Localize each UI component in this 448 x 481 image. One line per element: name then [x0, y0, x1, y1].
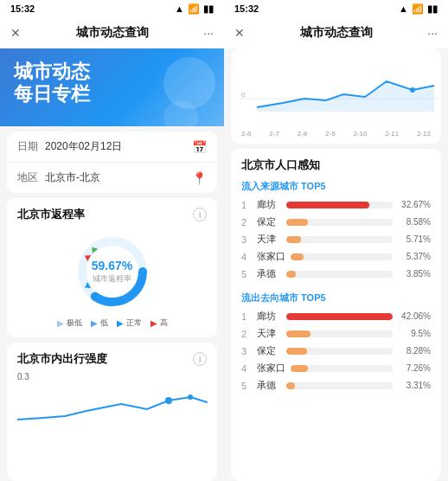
outflow-item-4: 4 张家口 7.26% [241, 362, 431, 375]
more-icon[interactable]: ··· [203, 26, 214, 40]
inflow-rank-4: 4 [241, 252, 252, 262]
status-icons-left: ▲ 📶 ▮▮ [175, 3, 214, 15]
status-bar-right: 15:32 ▲ 📶 ▮▮ [224, 0, 448, 17]
outflow-title: 流出去向城市 TOP5 [241, 292, 431, 305]
inflow-val-5: 3.85% [398, 269, 431, 279]
info-icon-mobility[interactable]: i [193, 352, 207, 366]
donut-container: 59.67% 城市返程率 [17, 228, 207, 314]
inflow-track-5 [286, 271, 393, 278]
date-row[interactable]: 日期 2020年02月12日 📅 [7, 131, 217, 163]
axis-label-1: 2-7 [269, 130, 279, 138]
svg-point-10 [410, 87, 415, 93]
outflow-rank-1: 1 [241, 311, 252, 322]
mobility-val: 0.3 [17, 372, 207, 382]
inflow-rank-5: 5 [241, 269, 252, 279]
outflow-val-2: 9.5% [398, 329, 431, 338]
return-rate-title: 北京市返程率 [17, 207, 85, 222]
outflow-track-3 [286, 348, 393, 355]
svg-point-5 [165, 397, 172, 404]
donut-percent: 59.67% [92, 259, 132, 273]
inflow-fill-1 [286, 202, 369, 208]
outflow-track-2 [286, 330, 393, 337]
legend-label-low: 低 [100, 317, 108, 329]
mobility-card: 北京市内出行强度 i 0.3 [7, 343, 217, 481]
legend-low: ▶ 低 [91, 317, 108, 329]
inflow-item-5: 5 承德 3.85% [241, 267, 431, 280]
inflow-item-3: 3 天津 5.71% [241, 233, 431, 246]
outflow-val-1: 42.06% [398, 311, 431, 321]
inflow-title: 流入来源城市 TOP5 [241, 180, 431, 193]
inflow-name-4: 张家口 [257, 250, 285, 263]
donut-label: 59.67% 城市返程率 [92, 259, 132, 285]
outflow-rank-2: 2 [241, 329, 252, 339]
outflow-name-3: 保定 [257, 344, 281, 357]
outflow-name-5: 承德 [257, 379, 281, 392]
outflow-item-3: 3 保定 8.28% [241, 344, 431, 357]
mobility-title: 北京市内出行强度 [17, 351, 107, 367]
inflow-fill-4 [291, 253, 304, 260]
inflow-val-1: 32.67% [398, 200, 431, 209]
date-region-section: 日期 2020年02月12日 📅 地区 北京市-北京 📍 [7, 131, 217, 193]
outflow-track-1 [286, 313, 393, 320]
inflow-rank-1: 1 [241, 200, 252, 210]
inflow-item-2: 2 保定 8.58% [241, 215, 431, 228]
right-panel: 15:32 ▲ 📶 ▮▮ ✕ 城市动态查询 ··· 0 2-6 2-7 2 [224, 0, 448, 481]
inflow-item-1: 1 廊坊 32.67% [241, 198, 431, 211]
wifi-icon: 📶 [188, 3, 200, 15]
axis-label-6: 2-12 [417, 130, 431, 138]
hero-deco-1 [163, 57, 215, 109]
more-icon-right[interactable]: ··· [427, 26, 438, 40]
nav-title-right: 城市动态查询 [300, 25, 373, 41]
legend-row: ▶ 极低 ▶ 低 ▶ 正常 ▶ 高 [17, 317, 207, 329]
status-bar-left: 15:32 ▲ 📶 ▮▮ [0, 0, 224, 17]
axis-label-2: 2-8 [298, 130, 308, 138]
inflow-name-2: 保定 [257, 215, 281, 228]
nav-title-left: 城市动态查询 [76, 25, 149, 41]
population-section: 北京市人口感知 流入来源城市 TOP5 1 廊坊 32.67% 2 保定 8.5… [231, 149, 441, 481]
nav-bar-right: ✕ 城市动态查询 ··· [224, 17, 448, 48]
time-right: 15:32 [234, 3, 259, 14]
legend-normal: ▶ 正常 [117, 317, 142, 329]
return-rate-card: 北京市返程率 i 59.67% 城市返程率 [7, 198, 217, 337]
outflow-item-5: 5 承德 3.31% [241, 379, 431, 392]
region-label: 地区 [17, 170, 40, 185]
line-chart-svg: 0 [240, 55, 438, 125]
outflow-track-4 [291, 365, 393, 372]
inflow-fill-2 [286, 219, 308, 226]
inflow-name-5: 承德 [257, 267, 281, 280]
inflow-val-2: 8.58% [398, 217, 431, 227]
inflow-track-3 [286, 236, 393, 243]
outflow-val-3: 8.28% [398, 346, 431, 356]
svg-point-6 [188, 394, 193, 400]
svg-marker-9 [257, 81, 434, 112]
outflow-name-2: 天津 [257, 327, 281, 340]
legend-label-high: 高 [160, 317, 168, 329]
outflow-fill-1 [286, 313, 393, 320]
axis-label-4: 2-10 [353, 130, 367, 138]
legend-dot-high: ▶ [150, 318, 157, 328]
legend-dot-very-low: ▶ [57, 318, 64, 328]
return-rate-title-row: 北京市返程率 i [17, 207, 207, 222]
info-icon-return[interactable]: i [193, 208, 207, 221]
line-chart-card: 0 2-6 2-7 2-8 2-9 2-10 2-11 2-12 [231, 48, 441, 144]
close-icon-right[interactable]: ✕ [234, 26, 245, 40]
close-icon[interactable]: ✕ [10, 26, 21, 40]
inflow-val-3: 5.71% [398, 234, 431, 244]
signal-icon: ▲ [175, 3, 184, 14]
outflow-item-1: 1 廊坊 42.06% [241, 310, 431, 323]
legend-very-low: ▶ 极低 [57, 317, 82, 329]
inflow-track-4 [291, 253, 393, 260]
legend-dot-normal: ▶ [117, 318, 124, 328]
battery-icon-right: ▮▮ [427, 3, 438, 15]
inflow-name-1: 廊坊 [257, 198, 281, 211]
outflow-rank-5: 5 [241, 381, 252, 391]
region-row[interactable]: 地区 北京市-北京 📍 [7, 163, 217, 193]
outflow-name-1: 廊坊 [257, 310, 281, 323]
axis-label-0: 2-6 [241, 130, 252, 138]
svg-text:0: 0 [241, 91, 246, 99]
mobility-title-row: 北京市内出行强度 i [17, 351, 207, 367]
legend-high: ▶ 高 [150, 317, 168, 329]
date-value: 2020年02月12日 [45, 139, 192, 154]
inflow-track-2 [286, 219, 393, 226]
time-left: 15:32 [10, 3, 35, 14]
